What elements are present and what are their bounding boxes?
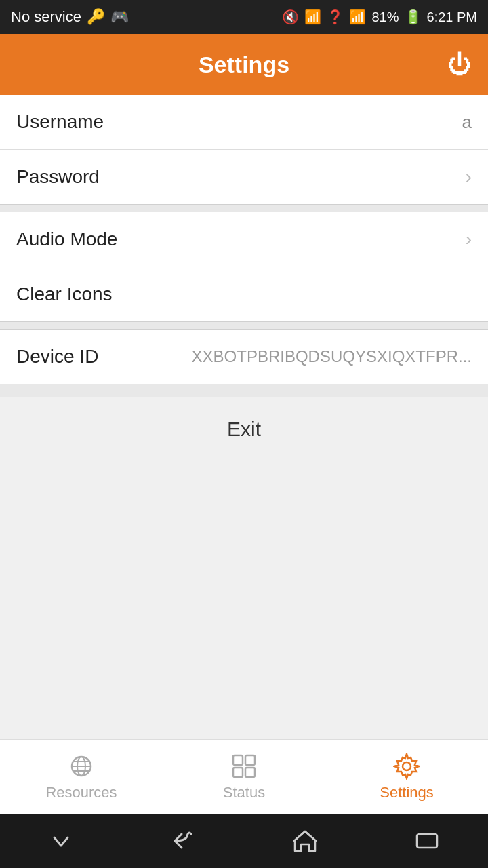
password-label: Password: [16, 166, 100, 188]
exit-button[interactable]: Exit: [227, 418, 261, 441]
home-icon: [293, 829, 317, 852]
nav-back-button[interactable]: [156, 821, 210, 861]
password-chevron-icon: ›: [466, 166, 472, 188]
account-section: Username a Password ›: [0, 95, 488, 204]
status-right: 🔇 📶 ❓ 📶 81% 🔋 6:21 PM: [282, 9, 477, 25]
clear-icons-label: Clear Icons: [16, 283, 113, 305]
device-id-label: Device ID: [16, 346, 98, 368]
back-icon: [171, 831, 195, 851]
nav-recent-button[interactable]: [400, 821, 454, 861]
svg-line-10: [294, 831, 305, 841]
status-icon: [230, 753, 258, 780]
no-service-text: No service: [11, 8, 81, 26]
battery-text: 81%: [371, 9, 399, 25]
device-id-row[interactable]: Device ID XXBOTPBRIBQDSUQYSXIQXTFPR...: [0, 330, 488, 384]
gamepad-icon: 🎮: [110, 8, 129, 26]
resources-icon: [68, 753, 95, 780]
content-spacer: [0, 461, 488, 739]
section-divider-2: [0, 321, 488, 330]
recent-apps-icon: [415, 831, 439, 851]
svg-point-9: [403, 762, 411, 770]
svg-rect-8: [245, 768, 255, 777]
status-bar: No service 🔑 🎮 🔇 📶 ❓ 📶 81% 🔋 6:21 PM: [0, 0, 488, 34]
sim-icon: ❓: [327, 9, 344, 25]
svg-rect-6: [245, 755, 255, 765]
resources-label: Resources: [45, 784, 117, 802]
tab-settings[interactable]: Settings: [325, 753, 488, 802]
clear-icons-row[interactable]: Clear Icons: [0, 267, 488, 321]
battery-icon: 🔋: [405, 9, 422, 25]
username-value: a: [462, 112, 472, 133]
audio-mode-label: Audio Mode: [16, 229, 117, 250]
key-icon: 🔑: [87, 8, 105, 26]
username-row[interactable]: Username a: [0, 95, 488, 149]
mute-icon: 🔇: [282, 9, 299, 25]
audio-section: Audio Mode › Clear Icons: [0, 212, 488, 321]
nav-home-button[interactable]: [278, 821, 332, 861]
tab-resources[interactable]: Resources: [0, 753, 163, 802]
svg-line-11: [305, 831, 316, 841]
header-title: Settings: [199, 52, 289, 78]
app-header: Settings ⏻: [0, 34, 488, 95]
section-divider-1: [0, 204, 488, 212]
signal-icon: 📶: [349, 9, 366, 25]
status-left: No service 🔑 🎮: [11, 8, 129, 26]
nav-down-button[interactable]: [34, 821, 88, 861]
exit-section: Exit: [0, 397, 488, 461]
username-label: Username: [16, 111, 104, 133]
power-button[interactable]: ⏻: [447, 50, 472, 79]
tab-status[interactable]: Status: [163, 753, 325, 802]
audio-mode-chevron-icon: ›: [466, 229, 472, 250]
chevron-down-icon: [51, 831, 71, 851]
device-section: Device ID XXBOTPBRIBQDSUQYSXIQXTFPR...: [0, 330, 488, 384]
device-id-value: XXBOTPBRIBQDSUQYSXIQXTFPR...: [192, 347, 472, 366]
svg-rect-12: [417, 834, 437, 848]
nav-bar: [0, 814, 488, 868]
section-divider-3: [0, 384, 488, 397]
tab-bar: Resources Status Settings: [0, 739, 488, 814]
time-text: 6:21 PM: [427, 9, 477, 25]
settings-label: Settings: [380, 784, 434, 802]
status-label: Status: [223, 784, 265, 802]
svg-rect-7: [233, 768, 243, 777]
settings-icon: [393, 753, 420, 780]
password-row[interactable]: Password ›: [0, 150, 488, 204]
wifi-icon: 📶: [304, 9, 321, 25]
audio-mode-row[interactable]: Audio Mode ›: [0, 212, 488, 267]
svg-rect-5: [233, 755, 243, 765]
